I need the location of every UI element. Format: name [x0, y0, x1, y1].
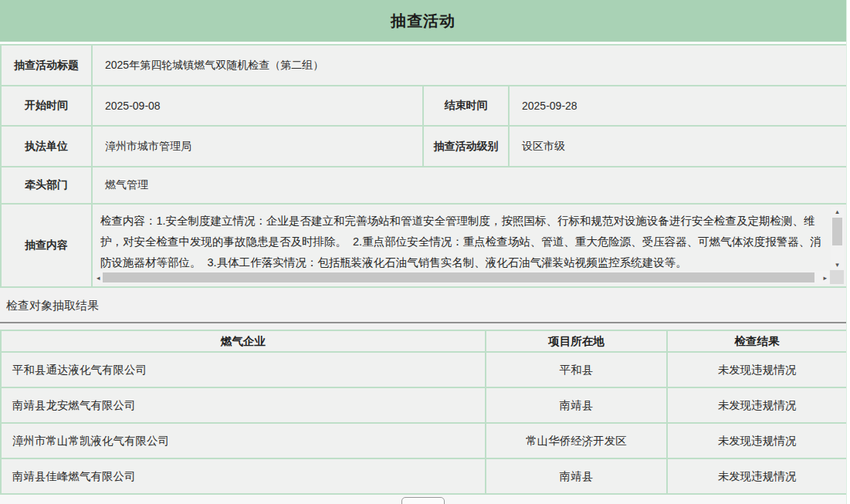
end-date-label: 结束时间: [423, 86, 509, 126]
table-row: 南靖县龙安燃气有限公司 南靖县 未发现违规情况: [1, 387, 847, 423]
page-title: 抽查活动: [391, 11, 455, 32]
horizontal-scrollbar[interactable]: ◂ ▸: [94, 271, 829, 284]
inspection-result: 未发现违规情况: [667, 458, 847, 494]
scrollbar-corner: [830, 270, 844, 284]
footer-area: 返回: [0, 495, 846, 504]
section-divider-gap: [0, 323, 846, 330]
inspection-result: 未发现违规情况: [667, 387, 847, 423]
scroll-left-icon[interactable]: ◂: [94, 274, 103, 282]
table-row: 执法单位 漳州市城市管理局 抽查活动级别 设区市级: [1, 126, 847, 167]
table-row: 抽查活动标题 2025年第四轮城镇燃气双随机检查（第二组）: [1, 45, 847, 86]
right-edge-strip: [846, 0, 850, 504]
table-row: 漳州市常山常凯液化气有限公司 常山华侨经济开发区 未发现违规情况: [1, 423, 847, 458]
project-location: 常山华侨经济开发区: [486, 423, 667, 458]
results-section: 检查对象抽取结果: [0, 288, 846, 330]
start-date-label: 开始时间: [1, 86, 92, 126]
activity-detail-table: 抽查活动标题 2025年第四轮城镇燃气双随机检查（第二组） 开始时间 2025-…: [0, 44, 848, 288]
company-name: 南靖县龙安燃气有限公司: [1, 387, 486, 423]
project-location: 平和县: [486, 352, 667, 387]
column-header-location: 项目所在地: [486, 330, 667, 352]
scroll-up-icon[interactable]: ▴: [831, 207, 844, 216]
main-content: 抽查活动 抽查活动标题 2025年第四轮城镇燃气双随机检查（第二组） 开始时间 …: [0, 0, 846, 504]
inspection-content-cell: 检查内容：1.安全制度建立情况：企业是否建立和完善场站和管道安全管理制度，按照国…: [92, 204, 847, 287]
activity-title-value: 2025年第四轮城镇燃气双随机检查（第二组）: [92, 45, 847, 86]
inspection-content-label: 抽查内容: [1, 204, 92, 287]
vertical-scrollbar[interactable]: ▴ ▾: [831, 207, 844, 269]
table-row: 抽查内容 检查内容：1.安全制度建立情况：企业是否建立和完善场站和管道安全管理制…: [1, 204, 847, 287]
company-name: 南靖县佳峰燃气有限公司: [1, 458, 486, 494]
table-row: 平和县通达液化气有限公司 平和县 未发现违规情况: [1, 352, 847, 387]
lead-department-label: 牵头部门: [1, 167, 92, 204]
results-header-row: 燃气企业 项目所在地 检查结果: [1, 330, 847, 352]
table-row: 南靖县佳峰燃气有限公司 南靖县 未发现违规情况: [1, 458, 847, 494]
results-table: 燃气企业 项目所在地 检查结果 平和县通达液化气有限公司 平和县 未发现违规情况…: [0, 330, 848, 495]
results-section-title: 检查对象抽取结果: [0, 288, 846, 322]
end-date-value: 2025-09-28: [509, 86, 847, 126]
table-row: 开始时间 2025-09-08 结束时间 2025-09-28: [1, 86, 847, 126]
column-header-company: 燃气企业: [1, 330, 486, 352]
page-title-bar: 抽查活动: [0, 0, 846, 42]
scroll-down-icon[interactable]: ▾: [831, 260, 844, 269]
inspection-result: 未发现违规情况: [667, 352, 847, 387]
enforcement-unit-label: 执法单位: [1, 126, 92, 167]
start-date-value: 2025-09-08: [92, 86, 423, 126]
table-row: 牵头部门 燃气管理: [1, 167, 847, 204]
activity-title-label: 抽查活动标题: [1, 45, 92, 86]
horizontal-scrollbar-thumb[interactable]: [103, 272, 815, 282]
company-name: 平和县通达液化气有限公司: [1, 352, 486, 387]
vertical-scrollbar-thumb[interactable]: [832, 218, 842, 245]
scroll-right-icon[interactable]: ▸: [821, 274, 829, 282]
inspection-content-scrollarea[interactable]: 检查内容：1.安全制度建立情况：企业是否建立和完善场站和管道安全管理制度，按照国…: [93, 205, 846, 286]
back-button[interactable]: 返回: [401, 497, 445, 504]
inspection-content-text: 检查内容：1.安全制度建立情况：企业是否建立和完善场站和管道安全管理制度，按照国…: [93, 205, 828, 270]
column-header-result: 检查结果: [667, 330, 847, 352]
page: 抽查活动 抽查活动标题 2025年第四轮城镇燃气双随机检查（第二组） 开始时间 …: [0, 0, 850, 504]
inspection-result: 未发现违规情况: [667, 423, 847, 458]
activity-level-label: 抽查活动级别: [423, 126, 509, 167]
project-location: 南靖县: [486, 387, 667, 423]
lead-department-value: 燃气管理: [92, 167, 847, 204]
company-name: 漳州市常山常凯液化气有限公司: [1, 423, 486, 458]
activity-level-value: 设区市级: [509, 126, 847, 167]
project-location: 南靖县: [486, 458, 667, 494]
enforcement-unit-value: 漳州市城市管理局: [92, 126, 423, 167]
